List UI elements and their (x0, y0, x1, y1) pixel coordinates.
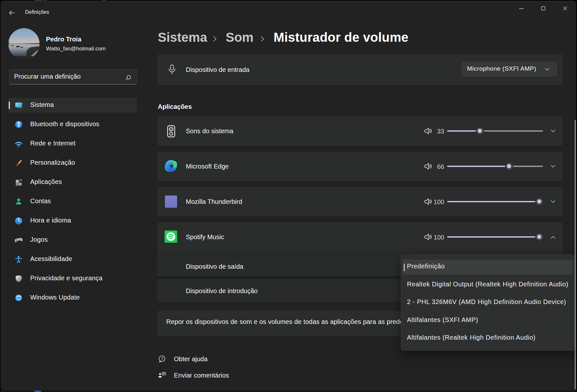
svg-text:?: ? (161, 357, 163, 361)
